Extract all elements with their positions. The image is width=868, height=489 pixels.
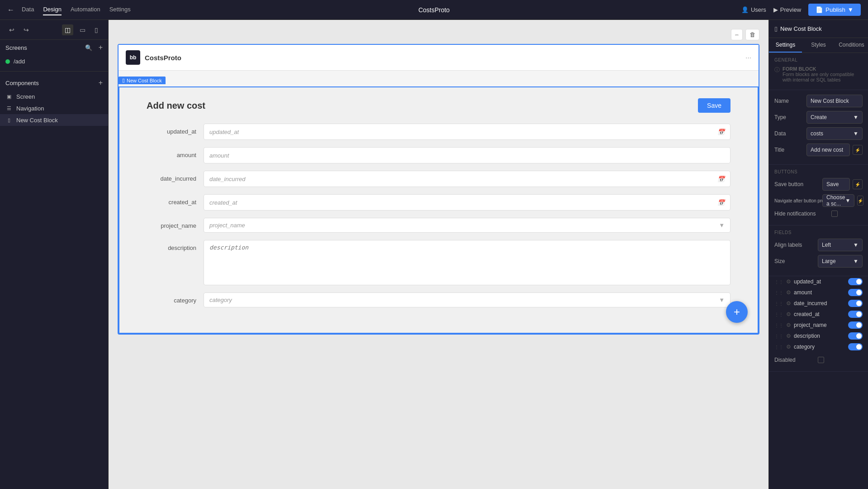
screen-search-icon[interactable]: 🔍 [85,44,92,51]
drag-handle-6[interactable]: ⋮⋮ [774,345,783,350]
hide-notifications-checkbox[interactable] [831,211,838,217]
input-updated-at[interactable]: updated_at 📅 [204,124,730,140]
drag-handle-5[interactable]: ⋮⋮ [774,334,783,339]
form-row-created-at: created_at created_at 📅 [147,194,730,211]
preview-button[interactable]: ▶ Preview [773,6,801,13]
gear-icon-2[interactable]: ⚙ [786,300,791,307]
toggle-project-name[interactable] [848,321,863,329]
screen-item-add[interactable]: /add [0,55,108,67]
calendar-icon-2: 📅 [717,176,725,182]
nav-settings[interactable]: Settings [109,4,131,15]
dots-menu-icon[interactable]: ⋯ [745,54,751,61]
components-add-button[interactable]: + [99,79,103,87]
input-amount[interactable]: amount [204,147,730,163]
type-select[interactable]: Create ▼ [806,111,863,124]
gear-icon-6[interactable]: ⚙ [786,344,791,350]
type-chevron-icon: ▼ [853,114,859,120]
navigation-icon: ☰ [5,105,13,112]
select-category[interactable]: category ▼ [204,292,730,307]
hide-notifications-label: Hide notifications [774,211,829,217]
toggle-description[interactable] [848,332,863,340]
disabled-checkbox[interactable] [818,357,824,363]
screens-label: Screens [5,44,81,51]
prop-type-row: Type Create ▼ [774,111,863,124]
nav-items: Data Design Automation Settings [22,4,131,15]
screen-add-button[interactable]: + [99,43,103,52]
block-badge-icon: ▯ [122,77,125,83]
save-button-input[interactable] [822,178,850,191]
gear-icon-5[interactable]: ⚙ [786,333,791,339]
preview-icon: ▶ [773,6,778,13]
publish-button[interactable]: 📄 Publish ▼ [808,4,861,16]
redo-button[interactable]: ↪ [22,24,31,35]
align-labels-select[interactable]: Left ▼ [818,239,863,251]
tab-settings[interactable]: Settings [769,38,802,53]
nav-automation[interactable]: Automation [71,4,100,15]
component-navigation[interactable]: ☰ Navigation [0,102,108,114]
form-row-description: description [147,240,730,285]
navigate-select[interactable]: Choose a sc... ▼ [822,194,854,207]
name-input[interactable] [806,95,863,107]
form-save-button[interactable]: Save [698,98,730,113]
mobile-view-button[interactable]: ▯ [92,24,101,35]
component-screen-label: Screen [16,93,35,100]
left-sidebar: ↩ ↪ ◫ ▭ ▯ Screens 🔍 + /add Components + … [0,20,109,489]
data-prop-label: Data [774,130,804,137]
toggle-created-at[interactable] [848,311,863,318]
data-select[interactable]: costs ▼ [806,127,863,140]
gear-icon-3[interactable]: ⚙ [786,311,791,317]
toggle-updated-at[interactable] [848,278,863,285]
drag-handle-2[interactable]: ⋮⋮ [774,301,783,306]
gear-icon-1[interactable]: ⚙ [786,289,791,296]
toggle-category[interactable] [848,343,863,350]
panel-tabs: Settings Styles Conditions [769,38,868,53]
gear-icon-4[interactable]: ⚙ [786,322,791,328]
drag-handle-0[interactable]: ⋮⋮ [774,279,783,284]
size-select[interactable]: Large ▼ [818,255,863,268]
navigate-flash-button[interactable]: ⚡ [857,196,863,206]
users-button[interactable]: 👤 Users [741,6,766,13]
navigate-after-row: Navigate after button press Choose a sc.… [774,194,863,207]
title-input[interactable] [806,144,850,156]
panel-title: New Cost Block [780,25,822,32]
save-flash-button[interactable]: ⚡ [853,179,863,189]
gear-icon-0[interactable]: ⚙ [786,278,791,285]
input-date-incurred[interactable]: date_incurred 📅 [204,171,730,187]
size-chevron-icon: ▼ [853,258,859,264]
desktop-view-button[interactable]: ◫ [62,24,73,35]
save-button-label: Save button [774,181,820,187]
copy-button[interactable]: ⎓ [731,29,743,40]
component-cost-block-label: New Cost Block [16,117,58,124]
select-project-name[interactable]: project_name ▼ [204,218,730,233]
component-new-cost-block[interactable]: ▯ New Cost Block [0,114,108,126]
form-block-label: FORM BLOCK [783,66,863,72]
component-screen[interactable]: ▣ Screen [0,91,108,102]
tablet-view-button[interactable]: ▭ [77,24,88,35]
tab-styles[interactable]: Styles [802,38,835,53]
back-button[interactable]: ← [7,6,14,14]
form-row-updated-at: updated_at updated_at 📅 [147,124,730,140]
size-row: Size Large ▼ [774,255,863,268]
field-item-created-at: ⋮⋮ ⚙ created_at [769,309,868,320]
page-add-label: Add [119,71,759,86]
form-block-hint-text: Form blocks are only compatible with int… [783,72,863,82]
fab-button[interactable]: + [726,301,748,323]
delete-button[interactable]: 🗑 [745,29,759,40]
nav-design[interactable]: Design [43,4,61,15]
prop-data-row: Data costs ▼ [774,127,863,140]
toggle-amount[interactable] [848,289,863,296]
title-flash-button[interactable]: ⚡ [853,145,863,155]
fields-section-title: FIELDS [774,230,863,235]
tab-conditions[interactable]: Conditions [835,38,868,53]
label-project-name: project_name [147,218,196,229]
drag-handle-3[interactable]: ⋮⋮ [774,312,783,317]
input-created-at[interactable]: created_at 📅 [204,194,730,211]
textarea-description[interactable] [204,240,730,285]
drag-handle-1[interactable]: ⋮⋮ [774,290,783,295]
drag-handle-4[interactable]: ⋮⋮ [774,323,783,328]
app-header: bb CostsProto ⋯ [119,45,759,71]
toggle-date-incurred[interactable] [848,300,863,307]
undo-button[interactable]: ↩ [7,24,16,35]
nav-data[interactable]: Data [22,4,34,15]
block-badge[interactable]: ▯ New Cost Block [119,77,166,84]
